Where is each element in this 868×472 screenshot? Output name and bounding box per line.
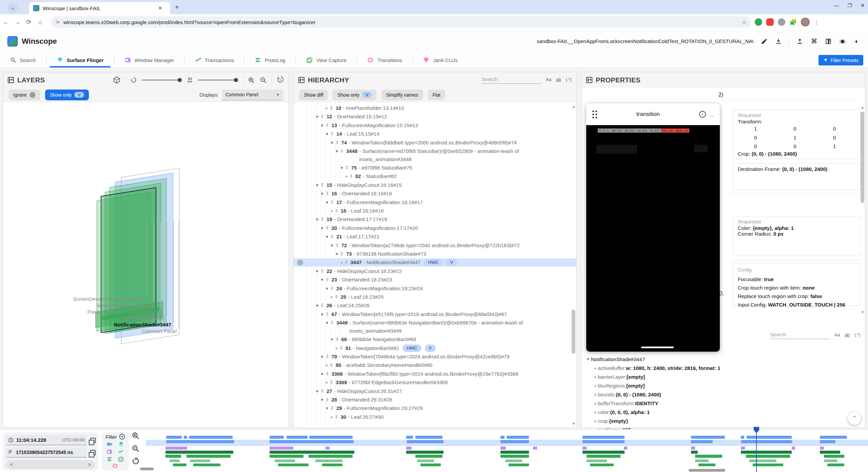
screen-recording-trace-icon[interactable] <box>106 441 113 447</box>
tree-node-26[interactable]: ▼26- Leaf:24:25#26 <box>294 301 576 310</box>
show-diff-chip[interactable]: Show diff <box>299 90 328 100</box>
trace-event-segment[interactable] <box>824 459 837 462</box>
expand-arrow-icon[interactable]: ▼ <box>315 267 320 275</box>
tree-node-75[interactable]: ▼75- ed70f88 StatusBar#75 <box>294 164 576 172</box>
trace-event-segment[interactable] <box>190 459 210 462</box>
tree-node-3447[interactable]: 3447- NotificationShade#3447HWCV <box>294 258 576 267</box>
trace-event-segment[interactable] <box>407 440 443 443</box>
expand-arrow-icon[interactable]: ▼ <box>320 224 325 232</box>
tree-node-25[interactable]: 25- Leaf:18:23#25 <box>294 293 576 301</box>
trace-event-segment[interactable] <box>165 447 187 450</box>
show-only-v-chip[interactable]: Show only V <box>45 90 89 100</box>
url-text[interactable]: winscope.teams.x20web.corp.google.com/pr… <box>63 19 738 25</box>
tree-node-67[interactable]: ▼67- WindowToken{e5176f9 type=2019 andro… <box>294 310 576 318</box>
report-bug-icon[interactable] <box>839 38 846 45</box>
extension-icon-red[interactable] <box>766 18 774 26</box>
expand-arrow-icon[interactable]: ▼ <box>320 396 325 404</box>
documentation-book-icon[interactable] <box>825 38 832 45</box>
trace-event-segment[interactable] <box>166 436 182 439</box>
trace-event-segment[interactable] <box>820 451 840 454</box>
trace-event-segment[interactable] <box>315 459 342 462</box>
properties-scrollbar[interactable] <box>861 112 864 203</box>
trace-event-segment[interactable] <box>695 459 709 462</box>
property-root-label[interactable]: NotificationShade#3447 <box>591 355 645 364</box>
extension-icon-gray[interactable] <box>778 18 785 26</box>
trace-event-segment[interactable] <box>741 447 745 450</box>
collapse-panel-icon[interactable] <box>586 77 592 83</box>
extension-icon-green[interactable] <box>755 18 762 26</box>
tab-search[interactable]: Search <box>0 53 46 67</box>
tree-node-3368[interactable]: ▼3368- WindowToken{f6b2f60 type=2024 and… <box>294 370 576 378</box>
ignore-filter-chip[interactable]: Ignore <box>8 90 40 100</box>
tab-close-icon[interactable]: ✕ <box>158 5 162 11</box>
tree-node-81[interactable]: 81- NavigationBar0#81HWCV <box>294 344 576 352</box>
human-time-field[interactable]: 11:04:14.228 UTC+00:00 <box>6 435 87 445</box>
trace-event-segment[interactable] <box>309 455 353 458</box>
property-row[interactable]: blurRegions: [empty] <box>586 381 861 390</box>
trace-event-segment[interactable] <box>691 436 725 439</box>
window-maximize-button[interactable]: ❐ <box>848 3 852 8</box>
property-row[interactable]: color: (0, 0, 0), alpha: 1 <box>586 408 861 417</box>
layer-label[interactable]: NotificationShade#3447 <box>114 322 171 328</box>
trace-event-segment[interactable] <box>309 436 353 439</box>
trace-event-segment[interactable] <box>583 436 625 439</box>
browser-menu-icon[interactable]: ⋮ <box>814 19 819 25</box>
tab-search-icon[interactable]: ⌄ <box>7 3 18 13</box>
window-close-button[interactable]: ✕ <box>861 3 865 8</box>
frame-step-slider[interactable]: < > <box>6 460 95 469</box>
trace-event-segment[interactable] <box>827 464 844 466</box>
reset-view-icon[interactable] <box>277 77 284 84</box>
tree-node-23[interactable]: ▼23- OneHanded:18:23#23 <box>294 276 576 284</box>
property-row[interactable]: activeBuffer: w: 1080, h: 2400, stride: … <box>586 364 861 373</box>
scrollbar-down-icon[interactable]: ▼ <box>861 310 864 314</box>
collapse-panel-icon[interactable] <box>298 77 304 83</box>
trace-event-segment[interactable] <box>792 447 795 450</box>
tree-node-79[interactable]: ▼79- WindowToken{7046b4a type=2024 andro… <box>294 353 576 361</box>
back-button[interactable]: ← <box>0 19 12 26</box>
tab-protolog[interactable]: ProtoLog <box>244 53 296 67</box>
browser-tab[interactable]: Winscope | sandbox-FAIL ✕ <box>29 2 170 14</box>
trace-event-segment[interactable] <box>583 451 625 454</box>
displays-select[interactable]: Common Panel▼ <box>222 90 283 100</box>
ns-time-field[interactable]: 1715339054227572545 ns <box>6 447 87 457</box>
trace-event-segment[interactable] <box>326 447 330 450</box>
surface-flinger-trace-icon[interactable] <box>118 441 124 447</box>
trace-event-segment[interactable] <box>824 455 844 458</box>
trace-event-segment[interactable] <box>193 464 220 466</box>
zoom-out-icon[interactable] <box>260 77 267 84</box>
new-tab-button[interactable]: + <box>175 3 179 11</box>
trace-event-segment[interactable] <box>406 451 443 454</box>
trace-event-segment[interactable] <box>420 464 441 466</box>
home-button[interactable]: ⌂ <box>35 19 46 26</box>
expand-arrow-icon[interactable]: ▼ <box>320 370 325 378</box>
trace-event-segment[interactable] <box>173 464 186 466</box>
trace-event-segment[interactable] <box>746 455 790 458</box>
trace-event-segment[interactable] <box>278 464 309 466</box>
expand-arrow-icon[interactable]: ▼ <box>320 276 325 284</box>
expand-arrow-icon[interactable]: ▼ <box>330 335 335 343</box>
spacing-slider[interactable] <box>198 80 238 80</box>
trace-event-segment[interactable] <box>322 464 342 466</box>
window-manager-trace-icon[interactable] <box>106 449 113 455</box>
bookmark-star-icon[interactable]: ☆ <box>742 19 747 25</box>
match-case-icon[interactable]: Aa <box>834 332 840 337</box>
trace-event-segment[interactable] <box>741 451 792 454</box>
layer-label[interactable]: NavigationBar0#81 <box>121 315 165 321</box>
trace-event-segment[interactable] <box>691 447 695 450</box>
trace-event-segment[interactable] <box>691 451 698 454</box>
tree-node-29[interactable]: ▼29- FullscreenMagnification:26:27#29 <box>294 404 576 412</box>
regex-icon[interactable]: (.*) <box>566 77 572 82</box>
trace-event-segment[interactable] <box>500 440 529 443</box>
expand-arrow-icon[interactable]: ▼ <box>325 233 330 241</box>
forward-button[interactable]: → <box>12 19 23 26</box>
trace-event-segment[interactable] <box>820 440 835 443</box>
expand-arrow-icon[interactable]: ▼ <box>335 250 340 258</box>
tab-transactions[interactable]: Transactions <box>184 53 244 67</box>
tab-surface-flinger[interactable]: Surface Flinger <box>46 53 114 67</box>
trace-event-segment[interactable] <box>500 455 529 458</box>
match-word-icon[interactable]: ab <box>845 332 849 337</box>
simplify-names-chip[interactable]: Simplify names <box>381 90 423 100</box>
trace-event-segment[interactable] <box>189 436 233 439</box>
trace-event-segment[interactable] <box>500 447 506 450</box>
trace-event-segment[interactable] <box>583 447 587 450</box>
